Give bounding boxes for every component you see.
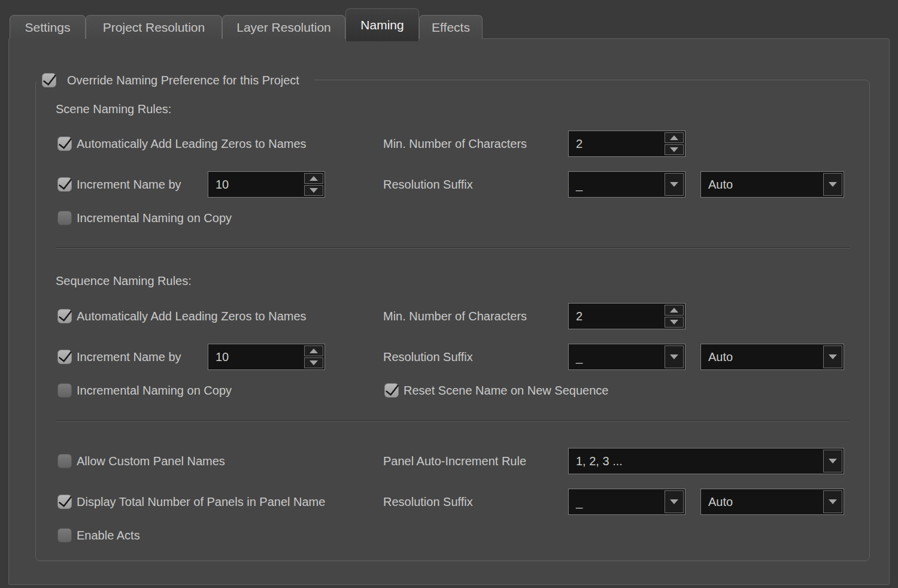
- tab-label: Naming: [360, 18, 404, 32]
- scene-incremental-copy-checkbox-group[interactable]: Incremental Naming on Copy: [57, 211, 232, 225]
- allow-custom-panel-names-checkbox[interactable]: [57, 454, 72, 468]
- sequence-min-characters-label: Min. Number of Characters: [383, 310, 527, 323]
- dropdown-arrow-button[interactable]: [665, 345, 684, 368]
- scene-increment-checkbox-group[interactable]: Increment Name by: [57, 177, 181, 192]
- checkmark-icon: [58, 307, 72, 322]
- sequence-incremental-copy-checkbox[interactable]: [57, 383, 72, 398]
- sequence-suffix-mode-dropdown[interactable]: Auto: [700, 344, 844, 370]
- spinner-buttons: [304, 344, 324, 369]
- panel-suffix-mode-dropdown[interactable]: Auto: [700, 489, 844, 515]
- triangle-up-icon: [670, 135, 678, 140]
- scene-leading-zeros-checkbox-group[interactable]: Automatically Add Leading Zeros to Names: [57, 137, 307, 151]
- override-naming-checkbox[interactable]: [42, 73, 56, 87]
- sequence-increment-checkbox-group[interactable]: Increment Name by: [57, 350, 181, 364]
- scene-min-characters-label: Min. Number of Characters: [383, 137, 527, 151]
- tab-effects[interactable]: Effects: [419, 15, 483, 39]
- scene-increment-spinner[interactable]: 10: [208, 171, 325, 198]
- tab-label: Settings: [25, 20, 71, 35]
- dropdown-arrow-button[interactable]: [665, 490, 684, 513]
- dropdown-value: Auto: [701, 178, 823, 192]
- scene-suffix-separator-dropdown[interactable]: _: [568, 171, 685, 198]
- tab-project-resolution[interactable]: Project Resolution: [86, 15, 222, 39]
- dropdown-value: _: [569, 178, 665, 192]
- spinner-up-button[interactable]: [665, 132, 684, 143]
- reset-scene-name-checkbox[interactable]: [384, 383, 399, 398]
- override-naming-legend: Override Naming Preference for this Proj…: [37, 67, 314, 93]
- chevron-down-icon: [829, 182, 837, 187]
- sequence-increment-checkbox[interactable]: [57, 350, 72, 364]
- display-total-panels-checkbox-group[interactable]: Display Total Number of Panels in Panel …: [57, 495, 325, 509]
- scene-incremental-copy-checkbox[interactable]: [57, 211, 72, 225]
- dropdown-value: _: [569, 350, 665, 364]
- sequence-leading-zeros-checkbox-group[interactable]: Automatically Add Leading Zeros to Names: [57, 309, 307, 323]
- panel-resolution-suffix-label: Resolution Suffix: [383, 495, 473, 509]
- chevron-down-icon: [670, 499, 678, 504]
- checkmark-icon: [43, 71, 56, 86]
- tab-label: Effects: [432, 20, 470, 35]
- tab-layer-resolution[interactable]: Layer Resolution: [222, 15, 345, 39]
- reset-scene-name-checkbox-group[interactable]: Reset Scene Name on New Sequence: [384, 383, 608, 398]
- sequence-increment-spinner[interactable]: 10: [208, 344, 325, 370]
- sequence-incremental-copy-checkbox-group[interactable]: Incremental Naming on Copy: [57, 383, 232, 398]
- dropdown-arrow-button[interactable]: [823, 490, 842, 513]
- scene-leading-zeros-checkbox[interactable]: [57, 137, 72, 151]
- scene-resolution-suffix-label: Resolution Suffix: [383, 178, 473, 192]
- enable-acts-checkbox-group[interactable]: Enable Acts: [57, 528, 140, 542]
- spinner-down-button[interactable]: [304, 357, 323, 368]
- triangle-up-icon: [310, 348, 318, 353]
- scene-incremental-copy-row: Incremental Naming on Copy: [36, 205, 869, 231]
- spinner-buttons: [304, 172, 324, 197]
- section-divider: [56, 247, 850, 248]
- triangle-up-icon: [310, 176, 318, 181]
- enable-acts-checkbox[interactable]: [57, 528, 72, 542]
- dropdown-arrow-button[interactable]: [823, 450, 842, 472]
- checkmark-icon: [385, 381, 399, 396]
- scene-min-characters-spinner[interactable]: 2: [568, 131, 685, 157]
- sequence-leading-zeros-row: Automatically Add Leading Zeros to Names…: [36, 303, 869, 329]
- panel-auto-increment-rule-dropdown[interactable]: 1, 2, 3 ...: [568, 448, 844, 474]
- sequence-leading-zeros-checkbox[interactable]: [57, 309, 72, 323]
- scene-suffix-mode-dropdown[interactable]: Auto: [700, 171, 844, 198]
- tab-settings[interactable]: Settings: [10, 15, 86, 39]
- spinner-up-button[interactable]: [304, 173, 323, 184]
- sequence-incremental-copy-row: Incremental Naming on Copy Reset Scene N…: [36, 377, 869, 404]
- spinner-buttons: [665, 131, 685, 156]
- scene-naming-rules-title: Scene Naming Rules:: [56, 102, 171, 116]
- spinner-up-button[interactable]: [665, 305, 684, 316]
- triangle-down-icon: [670, 320, 678, 325]
- sequence-increment-row: Increment Name by 10 Resolution Suffix _…: [36, 344, 869, 370]
- sequence-resolution-suffix-label: Resolution Suffix: [383, 350, 473, 364]
- dropdown-value: _: [569, 495, 665, 509]
- reset-scene-name-label: Reset Scene Name on New Sequence: [404, 384, 608, 398]
- naming-tab-pane: Override Naming Preference for this Proj…: [8, 38, 890, 585]
- sequence-increment-label: Increment Name by: [77, 350, 181, 364]
- sequence-min-characters-spinner[interactable]: 2: [568, 303, 685, 329]
- spinner-down-button[interactable]: [304, 185, 323, 196]
- spinner-down-button[interactable]: [665, 317, 684, 328]
- scene-increment-checkbox[interactable]: [57, 177, 72, 192]
- dropdown-value: Auto: [701, 350, 823, 364]
- sequence-incremental-copy-label: Incremental Naming on Copy: [77, 384, 232, 398]
- allow-custom-panel-names-checkbox-group[interactable]: Allow Custom Panel Names: [57, 454, 225, 468]
- triangle-up-icon: [670, 308, 678, 313]
- scene-leading-zeros-row: Automatically Add Leading Zeros to Names…: [36, 131, 869, 157]
- sequence-suffix-separator-dropdown[interactable]: _: [568, 344, 685, 370]
- chevron-down-icon: [670, 182, 678, 187]
- tab-naming[interactable]: Naming: [345, 8, 419, 41]
- display-total-panels-checkbox[interactable]: [57, 495, 72, 509]
- chevron-down-icon: [829, 354, 837, 359]
- sequence-naming-rules-title: Sequence Naming Rules:: [56, 274, 192, 288]
- panel-suffix-separator-dropdown[interactable]: _: [568, 489, 685, 515]
- panel-display-total-row: Display Total Number of Panels in Panel …: [36, 489, 869, 515]
- scene-increment-row: Increment Name by 10 Resolution Suffix _…: [36, 171, 869, 198]
- dropdown-arrow-button[interactable]: [823, 345, 842, 368]
- panel-custom-names-row: Allow Custom Panel Names Panel Auto-Incr…: [36, 448, 869, 474]
- scene-increment-label: Increment Name by: [77, 178, 181, 192]
- scene-incremental-copy-label: Incremental Naming on Copy: [77, 211, 232, 225]
- enable-acts-label: Enable Acts: [77, 529, 140, 542]
- dropdown-arrow-button[interactable]: [665, 173, 684, 196]
- dropdown-value: Auto: [701, 495, 823, 509]
- spinner-up-button[interactable]: [304, 345, 323, 356]
- dropdown-arrow-button[interactable]: [823, 173, 842, 196]
- spinner-down-button[interactable]: [665, 144, 684, 155]
